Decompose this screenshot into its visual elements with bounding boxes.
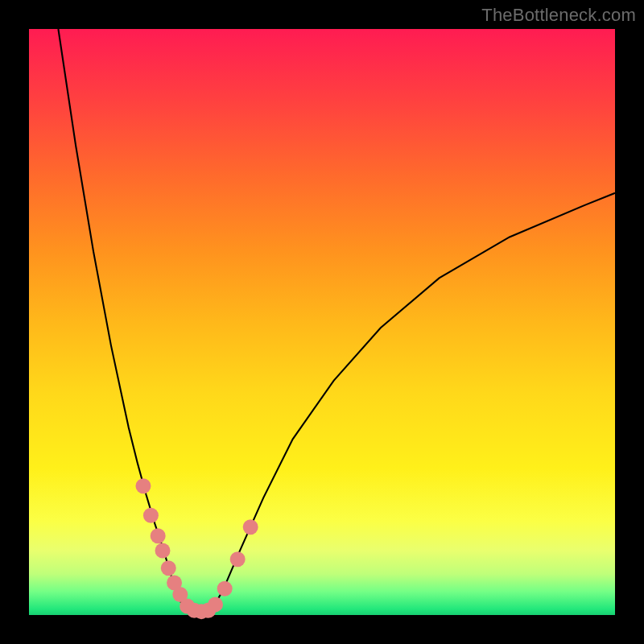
marker-dot (208, 597, 223, 612)
curve-left-branch (58, 29, 187, 611)
marker-dot (217, 581, 233, 597)
marker-dot (143, 508, 159, 523)
marker-dots-group (135, 478, 258, 619)
marker-dot (161, 560, 176, 576)
curve-right-branch (211, 193, 615, 611)
marker-dot (243, 519, 258, 535)
marker-dot (155, 543, 170, 558)
watermark-text: TheBottleneck.com (481, 5, 636, 26)
marker-dot (230, 551, 246, 567)
curve-svg (29, 29, 615, 615)
marker-dot (151, 528, 166, 543)
chart-stage: TheBottleneck.com (0, 0, 644, 644)
marker-dot (135, 478, 151, 493)
plot-area (29, 29, 615, 615)
